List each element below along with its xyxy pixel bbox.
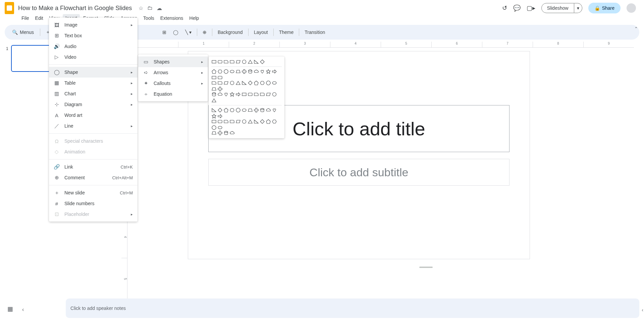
shape-option[interactable] [223, 119, 229, 124]
shape-option[interactable] [211, 92, 217, 97]
transition-button[interactable]: Transition [302, 28, 328, 36]
shape-option[interactable] [254, 119, 259, 124]
shape-option[interactable] [260, 107, 265, 113]
shape-option[interactable] [241, 69, 247, 74]
insert-item-audio[interactable]: 🔊Audio [49, 41, 138, 52]
shape-option[interactable] [223, 130, 229, 136]
shape-option[interactable] [248, 69, 253, 74]
shape-option[interactable] [260, 69, 265, 74]
shape-item-callouts[interactable]: ✦Callouts▸ [138, 78, 208, 89]
insert-item-link[interactable]: 🔗LinkCtrl+K [49, 162, 138, 172]
shape-option[interactable] [211, 59, 217, 64]
shape-option[interactable] [217, 75, 223, 80]
shape-option[interactable] [229, 119, 235, 124]
shape-option[interactable] [229, 130, 235, 136]
subtitle-placeholder[interactable]: Click to add subtitle [208, 159, 509, 186]
shape-option[interactable] [272, 119, 277, 124]
shape-option[interactable] [229, 59, 235, 64]
shape-option[interactable] [235, 80, 241, 86]
shape-option[interactable] [217, 107, 223, 113]
shape-option[interactable] [217, 59, 223, 64]
shape-option[interactable] [260, 80, 265, 86]
shape-option[interactable] [217, 113, 223, 119]
menu-extensions[interactable]: Extensions [158, 14, 186, 22]
speaker-notes[interactable]: Click to add speaker notes [66, 298, 639, 318]
background-button[interactable]: Background [215, 28, 246, 36]
shape-item-arrows[interactable]: ➪Arrows▸ [138, 67, 208, 78]
menus-search-button[interactable]: 🔍Menus [9, 28, 37, 36]
shape-option[interactable] [235, 59, 241, 64]
star-icon[interactable]: ☆ [139, 5, 143, 11]
shape-option[interactable] [229, 80, 235, 86]
cloud-status-icon[interactable]: ☁ [157, 5, 162, 11]
comment-tool-icon[interactable]: ⊕ [200, 28, 209, 36]
insert-item-new-slide[interactable]: ＋New slideCtrl+M [49, 187, 138, 198]
shape-option[interactable] [211, 125, 217, 130]
insert-item-image[interactable]: 🖼Image▸ [49, 19, 138, 30]
shape-option[interactable] [248, 59, 253, 64]
shape-option[interactable] [235, 92, 241, 97]
theme-button[interactable]: Theme [276, 28, 297, 36]
slides-logo-icon[interactable] [5, 2, 14, 14]
slide-thumbnail[interactable] [11, 45, 55, 72]
grid-view-icon[interactable]: ▦ [7, 305, 13, 313]
insert-item-line[interactable]: ／Line▸ [49, 121, 138, 131]
line-tool-icon[interactable]: ╲ ▾ [182, 28, 194, 36]
shape-option[interactable] [260, 92, 265, 97]
shape-option[interactable] [211, 130, 217, 136]
insert-item-slide-numbers[interactable]: #Slide numbers [49, 198, 138, 209]
shape-option[interactable] [217, 130, 223, 136]
insert-item-chart[interactable]: ▥Chart▸ [49, 88, 138, 99]
shape-option[interactable] [229, 107, 235, 113]
shape-option[interactable] [241, 80, 247, 86]
comments-icon[interactable]: 💬 [513, 4, 521, 12]
shape-option[interactable] [229, 92, 235, 97]
share-button[interactable]: 🔒Share [588, 3, 621, 13]
shape-option[interactable] [235, 119, 241, 124]
shape-option[interactable] [254, 92, 259, 97]
insert-item-text-box[interactable]: ⊞Text box [49, 30, 138, 41]
shape-option[interactable] [248, 107, 253, 113]
shape-option[interactable] [217, 69, 223, 74]
shape-option[interactable] [254, 69, 259, 74]
shape-option[interactable] [235, 107, 241, 113]
shape-option[interactable] [211, 107, 217, 113]
shape-option[interactable] [266, 92, 271, 97]
explore-collapse-icon[interactable]: ‹ [642, 307, 643, 313]
insert-item-shape[interactable]: ◯Shape▸ [49, 67, 138, 78]
shape-option[interactable] [248, 92, 253, 97]
shape-option[interactable] [248, 80, 253, 86]
shape-option[interactable] [272, 80, 277, 86]
shape-option[interactable] [241, 119, 247, 124]
notes-resize-handle[interactable] [419, 267, 433, 268]
slideshow-button[interactable]: Slideshow [541, 3, 574, 13]
shape-option[interactable] [254, 107, 259, 113]
account-avatar[interactable] [627, 3, 636, 13]
move-folder-icon[interactable]: 🗀 [147, 5, 153, 11]
shape-option[interactable] [223, 92, 229, 97]
meet-icon[interactable]: ▢▸ [527, 4, 535, 12]
insert-item-diagram[interactable]: ⊹Diagram▸ [49, 99, 138, 110]
shape-option[interactable] [241, 59, 247, 64]
shape-option[interactable] [223, 107, 229, 113]
shape-option[interactable] [266, 80, 271, 86]
shape-option[interactable] [211, 119, 217, 124]
shape-option[interactable] [211, 86, 217, 92]
shape-option[interactable] [217, 119, 223, 124]
menu-tools[interactable]: Tools [141, 14, 157, 22]
insert-item-video[interactable]: ▷Video [49, 52, 138, 62]
shape-option[interactable] [272, 107, 277, 113]
shape-option[interactable] [211, 80, 217, 86]
shape-option[interactable] [217, 80, 223, 86]
shape-option[interactable] [217, 125, 223, 130]
shape-option[interactable] [254, 80, 259, 86]
collapse-toolbar-icon[interactable]: ⌃ [634, 26, 638, 31]
shape-option[interactable] [241, 107, 247, 113]
history-icon[interactable]: ↺ [502, 4, 507, 12]
shape-option[interactable] [260, 119, 265, 124]
textbox-tool-icon[interactable]: ⊞ [160, 28, 169, 36]
menu-help[interactable]: Help [186, 14, 202, 22]
shape-option[interactable] [266, 107, 271, 113]
shape-option[interactable] [217, 92, 223, 97]
slideshow-dropdown-button[interactable]: ▾ [574, 3, 582, 13]
